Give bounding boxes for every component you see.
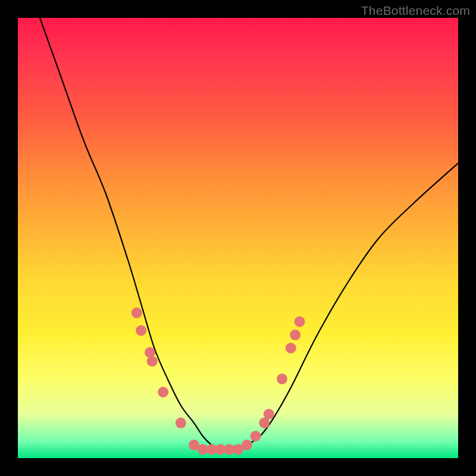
data-marker [286, 343, 296, 353]
data-marker [277, 374, 287, 384]
chart-container: TheBottleneck.com [0, 0, 476, 476]
data-marker [147, 356, 158, 367]
data-marker [242, 440, 252, 450]
data-marker [176, 418, 186, 428]
bottleneck-curve [40, 18, 458, 450]
curve-svg [18, 18, 458, 458]
marker-group [131, 308, 305, 455]
plot-area [18, 18, 458, 458]
watermark-text: TheBottleneck.com [361, 4, 470, 18]
data-marker [264, 409, 274, 419]
data-marker [250, 431, 261, 441]
data-marker [131, 308, 142, 318]
data-marker [290, 330, 300, 340]
data-marker [295, 317, 305, 327]
data-marker [136, 325, 146, 336]
data-marker [158, 387, 168, 397]
